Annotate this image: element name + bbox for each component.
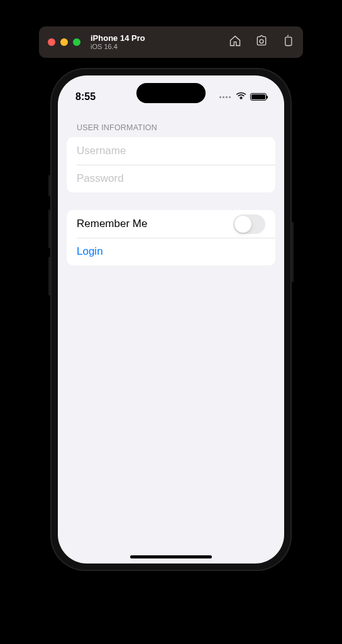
zoom-window-button[interactable] bbox=[73, 38, 80, 46]
svg-point-0 bbox=[260, 40, 263, 43]
section-header-user-info: USER INFORMATION bbox=[58, 119, 284, 137]
simulator-toolbar: iPhone 14 Pro iOS 16.4 bbox=[39, 26, 303, 58]
password-row[interactable] bbox=[67, 165, 275, 192]
volume-up-button bbox=[48, 209, 50, 248]
svg-rect-1 bbox=[285, 37, 292, 45]
device-screen: 8:55 USER INFORMATION bbox=[58, 75, 284, 564]
username-row[interactable] bbox=[67, 137, 275, 165]
minimize-window-button[interactable] bbox=[60, 38, 68, 46]
mute-switch bbox=[48, 175, 50, 196]
remember-me-toggle[interactable] bbox=[233, 214, 265, 234]
login-row[interactable]: Login bbox=[67, 238, 275, 265]
login-button[interactable]: Login bbox=[77, 245, 103, 258]
window-controls bbox=[48, 38, 80, 46]
cellular-icon bbox=[219, 96, 231, 98]
username-field[interactable] bbox=[77, 137, 265, 165]
battery-icon bbox=[250, 93, 267, 101]
screenshot-icon[interactable] bbox=[255, 35, 268, 50]
device-info: iPhone 14 Pro iOS 16.4 bbox=[91, 34, 145, 50]
home-icon[interactable] bbox=[229, 35, 241, 50]
toggle-knob bbox=[234, 216, 251, 233]
actions-group: Remember Me Login bbox=[67, 210, 275, 265]
device-os: iOS 16.4 bbox=[91, 43, 145, 50]
dynamic-island bbox=[136, 83, 206, 103]
home-indicator[interactable] bbox=[130, 555, 212, 558]
status-time: 8:55 bbox=[75, 91, 96, 103]
device-name: iPhone 14 Pro bbox=[91, 34, 145, 43]
volume-down-button bbox=[48, 257, 50, 296]
rotate-icon[interactable] bbox=[282, 35, 294, 50]
user-info-group bbox=[67, 137, 275, 192]
password-field[interactable] bbox=[77, 165, 265, 192]
close-window-button[interactable] bbox=[48, 38, 55, 46]
power-button bbox=[292, 222, 294, 282]
remember-me-label: Remember Me bbox=[77, 218, 233, 230]
wifi-icon bbox=[236, 91, 246, 103]
device-frame: 8:55 USER INFORMATION bbox=[50, 68, 292, 571]
remember-me-row[interactable]: Remember Me bbox=[67, 210, 275, 238]
